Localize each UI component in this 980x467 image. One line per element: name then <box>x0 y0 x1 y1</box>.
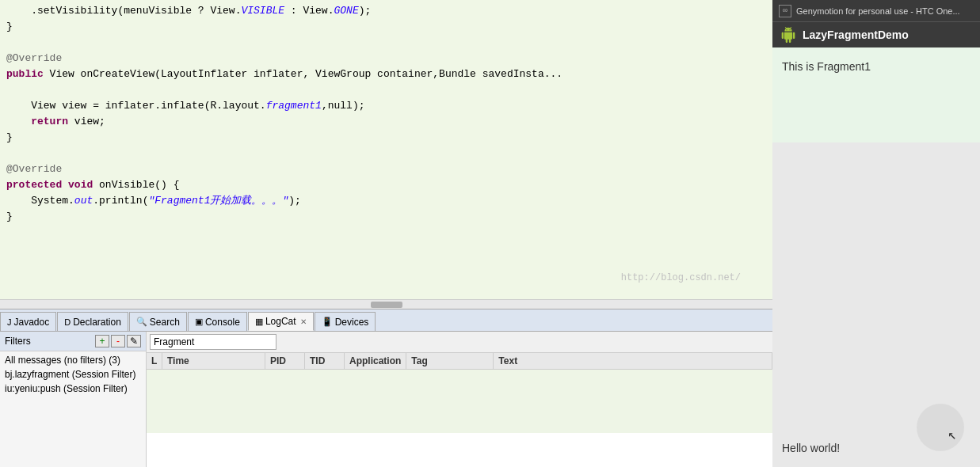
tab-console[interactable]: ▣Console <box>188 312 247 331</box>
logcat-table: LTimePIDTIDApplicationTagText <box>147 353 772 467</box>
logcat-icon: ▦ <box>255 317 263 327</box>
code-line: System.out.println("Fragment1开始加载。。。"); <box>0 193 772 209</box>
code-line: } <box>0 209 772 225</box>
genymotion-logo: ∞ <box>779 5 791 17</box>
tabs-bar: JJavadocDDeclaration🔍Search▣Console▦LogC… <box>0 309 772 332</box>
code-line: public View onCreateView(LayoutInflater … <box>0 66 772 82</box>
code-line: protected void onVisible() { <box>0 177 772 193</box>
logcat-rows <box>147 370 772 433</box>
code-line: View view = inflater.inflate(R.layout.fr… <box>0 98 772 114</box>
code-line: .setVisibility(menuVisible ? View.VISIBL… <box>0 3 772 19</box>
devices-icon: 📱 <box>322 317 333 327</box>
editor-area: .setVisibility(menuVisible ? View.VISIBL… <box>0 0 772 467</box>
bottom-panel: JJavadocDDeclaration🔍Search▣Console▦LogC… <box>0 309 772 467</box>
tab-declaration[interactable]: DDeclaration <box>57 312 128 331</box>
filter-title-label: Filters <box>5 336 31 347</box>
phone-bottom-area: Hello world! ↖ <box>772 142 980 467</box>
genymotion-titlebar: ∞ Genymotion for personal use - HTC One.… <box>772 0 980 22</box>
fragment1-text: This is Fragment1 <box>782 60 871 73</box>
tab-label: Javadoc <box>14 317 50 328</box>
tab-logcat[interactable]: ▦LogCat✕ <box>248 312 314 331</box>
genymotion-panel: ∞ Genymotion for personal use - HTC One.… <box>772 0 980 467</box>
bottom-content: Filters + - ✎ All messages (no filters) … <box>0 332 772 467</box>
code-panel[interactable]: .setVisibility(menuVisible ? View.VISIBL… <box>0 0 772 299</box>
add-filter-button[interactable]: + <box>95 335 109 347</box>
logcat-col-tid: TID <box>305 353 345 369</box>
search-icon: 🔍 <box>136 317 147 327</box>
hello-world-text: Hello world! <box>782 442 840 454</box>
genymotion-title-label: Genymotion for personal use - HTC One... <box>796 6 960 16</box>
watermark: http://blog.csdn.net/ <box>621 272 741 283</box>
logcat-col-text: Text <box>494 353 772 369</box>
filter-item[interactable]: All messages (no filters) (3) <box>0 353 146 367</box>
code-line: } <box>0 19 772 35</box>
logcat-col-application: Application <box>345 353 406 369</box>
tab-close-button[interactable]: ✕ <box>300 317 307 326</box>
filter-action-buttons: + - ✎ <box>95 335 141 347</box>
scroll-handle[interactable] <box>371 302 402 308</box>
logcat-col-tag: Tag <box>406 353 494 369</box>
filter-item[interactable]: bj.lazyfragment (Session Filter) <box>0 367 146 382</box>
code-line <box>0 146 772 161</box>
code-line <box>0 82 772 98</box>
filter-header: Filters + - ✎ <box>0 332 146 351</box>
logcat-col-pid: PID <box>265 353 305 369</box>
remove-filter-button[interactable]: - <box>111 335 125 347</box>
code-line: } <box>0 130 772 146</box>
filter-list: All messages (no filters) (3)bj.lazyfrag… <box>0 351 146 467</box>
phone-app-title: LazyFragmentDemo <box>803 28 909 41</box>
tab-devices[interactable]: 📱Devices <box>315 312 376 331</box>
tab-label: Search <box>150 317 180 328</box>
filter-panel: Filters + - ✎ All messages (no filters) … <box>0 332 147 467</box>
tab-label: Declaration <box>73 317 121 328</box>
filter-item[interactable]: iu:yeniu:push (Session Filter) <box>0 382 146 396</box>
code-line <box>0 35 772 51</box>
tab-label: LogCat <box>265 316 296 327</box>
cursor-indicator: ↖ <box>948 426 956 443</box>
android-icon <box>780 27 796 43</box>
logcat-col-l: L <box>147 353 162 369</box>
logcat-header: LTimePIDTIDApplicationTagText <box>147 353 772 370</box>
phone-content: This is Fragment1 Hello world! ↖ <box>772 47 980 467</box>
code-line: @Override <box>0 161 772 177</box>
tab-search[interactable]: 🔍Search <box>129 312 187 331</box>
logcat-col-time: Time <box>162 353 265 369</box>
edit-filter-button[interactable]: ✎ <box>127 335 141 347</box>
logcat-filter-row <box>147 332 772 353</box>
javadoc-icon: J <box>7 317 12 327</box>
phone-screen: LazyFragmentDemo This is Fragment1 Hello… <box>772 22 980 467</box>
decorative-circle <box>917 404 964 451</box>
tab-label: Console <box>205 317 240 328</box>
tab-javadoc[interactable]: JJavadoc <box>0 312 56 331</box>
tab-label: Devices <box>335 317 369 328</box>
logcat-search-input[interactable] <box>150 334 276 350</box>
code-line: @Override <box>0 51 772 66</box>
declaration-icon: D <box>64 317 71 327</box>
logcat-main: LTimePIDTIDApplicationTagText <box>147 332 772 467</box>
phone-top-bar: LazyFragmentDemo <box>772 22 980 47</box>
fragment1-area: This is Fragment1 <box>772 47 980 142</box>
console-icon: ▣ <box>195 317 203 327</box>
code-line: return view; <box>0 114 772 130</box>
horizontal-scrollbar[interactable] <box>0 299 772 309</box>
